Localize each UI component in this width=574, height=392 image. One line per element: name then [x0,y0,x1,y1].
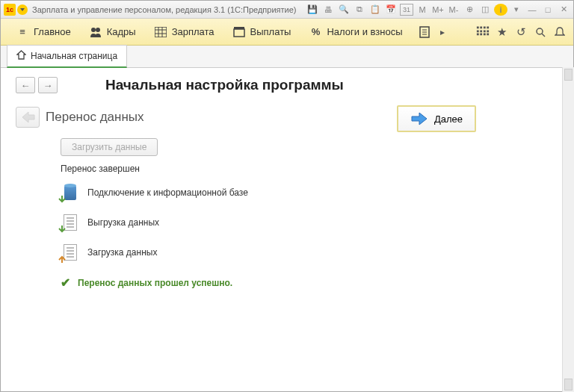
history-icon[interactable]: ↺ [513,25,528,40]
history-back-button[interactable]: ← [16,77,35,93]
wallet-icon [232,25,246,39]
vertical-scrollbar[interactable] [562,67,574,392]
home-icon [16,50,26,62]
zoom-icon[interactable]: ⊕ [463,4,476,16]
calc-m-icon[interactable]: M [416,4,429,16]
title-controls: 💾 🖶 🔍 ⧉ 📋 📅 31 M M+ M- ⊕ ◫ i ▾ — □ ✕ [306,4,570,16]
wizard-next-label: Далее [434,113,463,125]
tab-bar: Начальная страница [1,46,573,68]
step-export: Выгрузка данных [61,213,558,232]
panels-icon[interactable]: ◫ [478,4,492,16]
content-area: ← → Начальная настройка программы Перено… [1,68,573,391]
print-icon[interactable]: 🖶 [321,4,335,16]
nav-more-arrow-icon[interactable]: ▸ [437,27,448,37]
wizard-back-button[interactable] [16,107,40,128]
calendar-icon[interactable]: 📅 [384,4,398,16]
date-icon[interactable]: 31 [400,4,413,16]
forward-arrow-icon [410,111,428,126]
nav-nalogi-label: Налоги и взносы [327,26,402,37]
svg-rect-7 [234,29,244,37]
success-text: Перенос данных прошел успешно. [78,278,232,288]
svg-point-0 [91,28,96,32]
percent-icon: % [309,25,322,39]
nav-kadry[interactable]: Кадры [80,19,145,45]
page-title: Начальная настройка программы [105,77,344,93]
svg-point-1 [96,28,100,32]
document-icon [418,25,431,39]
nav-main[interactable]: ≡ Главное [7,19,80,45]
import-doc-icon [61,243,80,262]
info-dropdown-icon[interactable]: ▾ [510,4,523,16]
people-icon [89,25,102,39]
nav-main-label: Главное [34,26,71,37]
step-export-label: Выгрузка данных [87,217,159,228]
calc-mplus-icon[interactable]: M+ [431,4,445,16]
compare-icon[interactable]: ⧉ [353,4,366,16]
nav-zarplata-label: Зарплата [172,26,215,37]
svg-rect-2 [155,27,167,37]
nav-zarplata[interactable]: Зарплата [145,19,223,45]
main-nav: ≡ Главное Кадры Зарплата Выплаты % Налог… [1,19,573,46]
history-forward-button[interactable]: → [38,77,58,93]
wizard-next-button[interactable]: Далее [397,105,476,132]
star-icon[interactable]: ★ [494,25,509,40]
apps-icon[interactable]: ⠿⠿ [475,25,490,40]
migration-status-label: Перенос завершен [61,164,558,174]
step-import-label: Загрузка данных [87,247,157,258]
export-doc-icon [61,213,80,232]
info-icon[interactable]: i [494,4,507,16]
table-icon [154,25,167,39]
tab-home[interactable]: Начальная страница [7,45,127,68]
step-import: Загрузка данных [61,243,558,262]
nav-vyplaty-label: Выплаты [250,26,291,37]
clipboard-icon[interactable]: 📋 [368,4,382,16]
nav-kadry-label: Кадры [107,26,136,37]
step-connect: Подключение к информационной базе [61,183,558,202]
svg-point-13 [537,28,543,34]
wizard-header: Перенос данных [16,107,558,128]
maximize-icon[interactable]: □ [541,4,555,16]
load-data-button: Загрузить данные [61,138,158,156]
search-icon[interactable] [533,25,548,40]
app-icon: 1c [4,4,16,16]
nav-reports[interactable] [412,19,437,45]
checkmark-icon: ✔ [61,276,70,290]
window-title: Зарплата и управление персоналом, редакц… [32,5,306,14]
title-bar: 1c Зарплата и управление персоналом, ред… [1,1,573,19]
save-icon[interactable]: 💾 [306,4,319,16]
menu-icon: ≡ [16,25,29,39]
database-icon [61,183,80,202]
svg-rect-8 [234,27,244,29]
success-message: ✔ Перенос данных прошел успешно. [61,276,558,290]
nav-right: ⠿⠿ ★ ↺ [475,25,567,40]
minimize-icon[interactable]: — [525,4,539,16]
bell-icon[interactable] [552,25,567,40]
step-connect-label: Подключение к информационной базе [87,187,248,198]
preview-icon[interactable]: 🔍 [337,4,351,16]
calc-mminus-icon[interactable]: M- [447,4,460,16]
nav-vyplaty[interactable]: Выплаты [223,19,300,45]
tab-home-label: Начальная страница [31,51,117,61]
wizard-title: Перенос данных [46,110,144,125]
app-menu-dropdown[interactable] [17,4,28,15]
svg-line-14 [542,34,545,37]
nav-nalogi[interactable]: % Налоги и взносы [300,19,411,45]
close-icon[interactable]: ✕ [557,4,570,16]
